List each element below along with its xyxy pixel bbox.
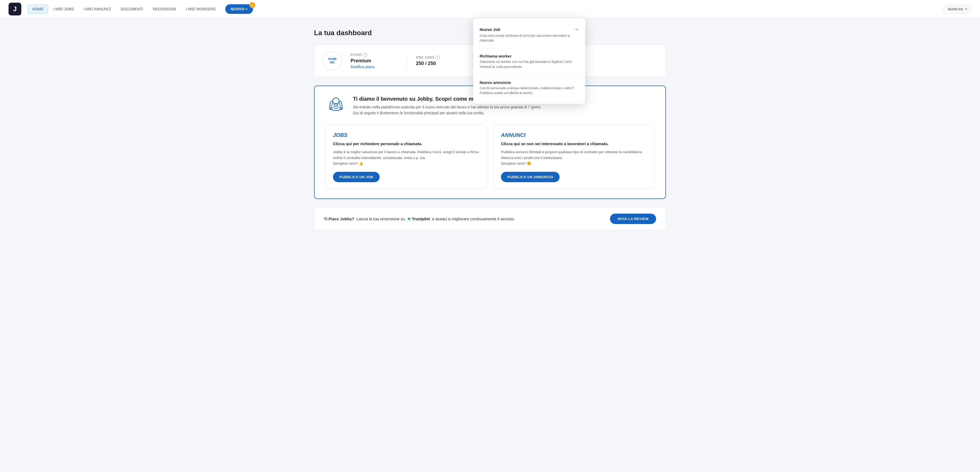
jobs-card-subtitle: Clicca qui per richiedere personale a ch… xyxy=(333,141,479,146)
piano-help-icon[interactable]: ? xyxy=(363,53,368,57)
dropdown-divider-2 xyxy=(473,74,585,75)
nuovo-button[interactable]: NUOVO + 1 xyxy=(225,4,253,14)
worker-icon xyxy=(325,96,347,117)
nav-links: HOME I MIEI JOBS I MIEI ANNUNCI DOCUMENT… xyxy=(28,4,943,14)
welcome-desc: Sei entrato nella piattaforma costruita … xyxy=(353,104,541,116)
pubblica-job-button[interactable]: PUBBLICA UN JOB xyxy=(333,172,380,182)
dropdown-title-nuovo-annuncio: Nuovo annuncio xyxy=(480,80,511,85)
dropdown-desc-nuovo-annuncio: Cerchi personale a tempo determinato, in… xyxy=(480,86,579,95)
dropdown-title-nuovo-job: Nuovo Job xyxy=(480,27,500,32)
plan-divider-1 xyxy=(407,53,407,69)
navbar: J HOME I MIEI JOBS I MIEI ANNUNCI DOCUME… xyxy=(0,0,980,18)
jobs-card-title: JOBS xyxy=(333,132,479,138)
jobs-card-body: Jobby è la miglior soluzione per il lavo… xyxy=(333,149,479,166)
nav-miei-workers[interactable]: I MIEI WORKERS xyxy=(181,5,220,13)
arrow-icon: → xyxy=(574,27,579,32)
nav-home[interactable]: HOME xyxy=(28,5,48,14)
ore-jobs-label: ORE JOBS ? xyxy=(416,55,464,60)
annunci-card: ANNUNCI Clicca qui se non sei interessat… xyxy=(493,124,655,189)
account-name: Acme inc xyxy=(948,7,963,11)
trustpilot-bar: Ti Piace Jobby? Lascia la tua recensione… xyxy=(314,207,666,230)
piano-value: Premium xyxy=(351,58,399,64)
dropdown-item-richiama-worker[interactable]: Richiama worker Seleziona un worker con … xyxy=(473,49,585,73)
invia-review-button[interactable]: INVIA LA REVIEW xyxy=(610,214,656,224)
svg-point-0 xyxy=(333,98,339,104)
annunci-card-title: ANNUNCI xyxy=(501,132,647,138)
ore-jobs-help-icon[interactable]: ? xyxy=(436,55,440,60)
svg-point-2 xyxy=(331,107,332,109)
company-logo: ACMEINC xyxy=(323,51,342,70)
trustpilot-normal-text: Lascia la tua recensione su xyxy=(356,217,405,221)
dropdown-item-nuovo-job[interactable]: Nuovo Job → Crea una nuova richiesta di … xyxy=(473,22,585,47)
welcome-cards: JOBS Clicca qui per richiedere personale… xyxy=(325,124,655,189)
piano-label: PIANO ? xyxy=(351,53,399,57)
nav-documenti[interactable]: DOCUMENTI xyxy=(116,5,148,13)
plan-section-piano: PIANO ? Premium Modifica piano xyxy=(351,53,399,69)
account-menu[interactable]: Acme inc ▾ xyxy=(943,5,972,14)
nuovo-badge: 1 xyxy=(249,2,255,8)
nav-miei-jobs[interactable]: I MIEI JOBS xyxy=(49,5,78,13)
jobs-card: JOBS Clicca qui per richiedere personale… xyxy=(325,124,487,189)
trustpilot-name: Trustpilot xyxy=(412,217,430,221)
dropdown-item-nuovo-annuncio[interactable]: Nuovo annuncio Cerchi personale a tempo … xyxy=(473,76,585,100)
trustpilot-logo: ★ Trustpilot xyxy=(407,216,430,221)
svg-point-3 xyxy=(340,107,341,109)
annunci-card-subtitle: Clicca qui se non sei interessato a lavo… xyxy=(501,141,647,146)
dropdown-desc-richiama-worker: Seleziona un worker con cui hai già lavo… xyxy=(480,59,579,69)
dropdown-divider-1 xyxy=(473,48,585,49)
plan-section-ore-jobs: ORE JOBS ? 250 / 250 xyxy=(416,55,464,67)
nav-recensioni[interactable]: RECENSIONI xyxy=(148,5,180,13)
dropdown-desc-nuovo-job: Crea una nuova richiesta di turni per as… xyxy=(480,33,579,43)
app-logo: J xyxy=(8,3,21,16)
nav-miei-annunci[interactable]: I MIEI ANNUNCI xyxy=(79,5,115,13)
modifica-piano-link[interactable]: Modifica piano xyxy=(351,65,399,69)
trustpilot-star-icon: ★ xyxy=(407,216,411,221)
ore-jobs-value: 250 / 250 xyxy=(416,61,464,67)
pubblica-annuncio-button[interactable]: PUBBLICA UN ANNUNCIO xyxy=(501,172,560,182)
annunci-card-body: Pubblica annunci illimitati e proponi qu… xyxy=(501,149,647,166)
trustpilot-bold-text: Ti Piace Jobby? xyxy=(324,217,354,221)
dropdown-title-richiama-worker: Richiama worker xyxy=(480,54,512,58)
chevron-down-icon: ▾ xyxy=(965,7,967,11)
trustpilot-end-text: e aiutaci a migliorare continuamente il … xyxy=(432,217,515,221)
dropdown-menu: Nuovo Job → Crea una nuova richiesta di … xyxy=(473,18,585,104)
trustpilot-text: Ti Piace Jobby? Lascia la tua recensione… xyxy=(324,216,515,221)
